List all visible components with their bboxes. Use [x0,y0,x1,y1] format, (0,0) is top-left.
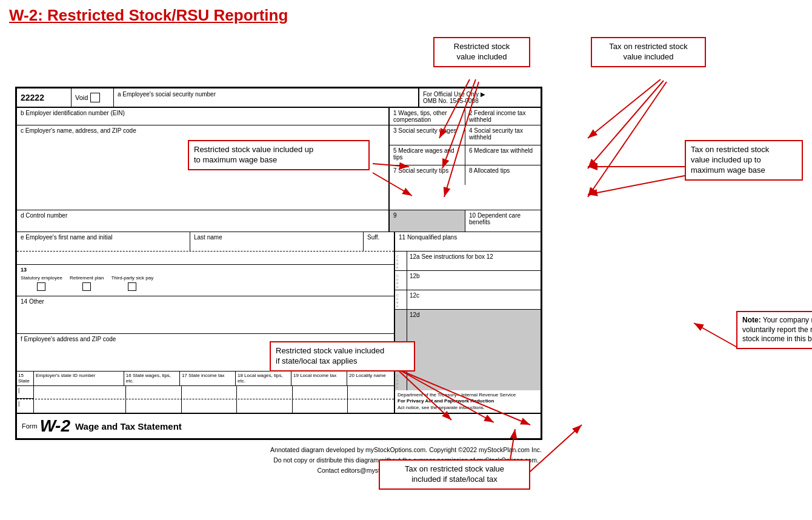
ssn-label: a Employee's social security number [118,91,216,98]
annotation-tax-max: Tax on restricted stockvalue included up… [685,140,803,181]
irs-bottom-text: Department of the Treasury—Internal Reve… [395,390,541,413]
annotation-tax-top-text: Tax on restricted stockvalue included [609,42,687,61]
form-text: Form [22,422,38,430]
annotation-tax-top: Tax on restricted stockvalue included [591,37,706,67]
last-name-label: Last name [194,234,222,241]
page-container: W-2: Restricted Stock/RSU Reporting 2222… [0,0,812,520]
box12b-label: 12b [410,273,420,279]
box12c-cell: Code 12c [395,290,541,310]
suff-cell: Suff. [364,232,394,251]
box3-cell: 3 Social security wages [390,125,465,145]
first-name-label: e Employee's first name and initial [21,234,112,241]
form-bottom: Form W-2 Wage and Tax Statement [17,413,541,438]
row-14-cell: 14 Other [17,296,394,334]
wage-tax-statement: Wage and Tax Statement [75,421,182,432]
box2-cell: 2 Federal income tax withheld [465,108,541,125]
box13-label: 13 [21,267,390,273]
box20-cell: 20 Locality name [347,372,394,385]
box12a-cell: Code 12a See instructions for box 12 [395,252,541,271]
main-two-col: e Employee's first name and initial Last… [17,232,541,413]
row-e2 [17,252,394,265]
ssn-cell: a Employee's social security number [114,88,419,107]
box1-label: 1 Wages, tips, other compensation [393,110,447,123]
box13-checks: Statutory employee Retirement plan Third… [21,275,390,291]
statutory-checkbox[interactable] [37,282,45,291]
box12c-value: 12c [407,290,541,309]
annotation-restricted-top: Restricted stockvalue included [433,37,530,67]
box12a-value: 12a See instructions for box 12 [407,252,541,270]
void-label: Void [75,94,88,101]
svg-line-4 [588,79,661,138]
last-name-cell: Last name [190,232,364,251]
box12d-cell: Code 12d [395,310,541,390]
row-15-header: 15 State Employer's state ID number 16 S… [17,372,394,413]
boxes-5-6-row: 5 Medicare wages and tips 6 Medicare tax… [390,145,541,165]
box2-label: 2 Federal income tax withheld [469,110,525,123]
box14-label: 14 Other [21,298,44,305]
note-bold: Note: [742,316,761,324]
annotation-restricted-state: Restricted stock value includedif state/… [270,341,415,372]
box18-cell: 18 Local wages, tips, etc. [236,372,291,385]
box19-cell: 19 Local income tax [291,372,347,385]
thirdparty-check: Third-party sick pay [111,275,153,291]
svg-line-5 [588,81,664,168]
page-title: W-2: Restricted Stock/RSU Reporting [9,6,803,25]
ein-cell: b Employer identification number (EIN) [17,108,390,125]
box1-cell: 1 Wages, tips, other compensation [390,108,465,125]
box12a-label: 12a See instructions for box 12 [410,253,493,260]
box12b-value: 12b [407,271,541,290]
void-cell: Void [72,88,114,107]
annotation-tax-max-text: Tax on restricted stockvalue included up… [691,145,769,175]
box5-cell: 5 Medicare wages and tips [390,145,465,165]
official-use-cell: For Official Use Only ▶ OMB No. 1545-000… [419,88,541,107]
privacy-act: For Privacy Act and Paperwork Reduction [398,398,494,404]
control-cell: d Control number [17,210,390,232]
form-number: 22222 [17,88,72,107]
notice-text: Act notice, see the separate instruction… [398,405,538,411]
box9-cell: 9 [390,210,465,232]
box7-label: 7 Social security tips [393,167,448,174]
thirdparty-label: Third-party sick pay [111,275,153,281]
box12b-cell: Code 12b [395,271,541,290]
right-12-col: 11 Nonqualified plans Code 12a See instr… [395,232,541,413]
box10-cell: 10 Dependent care benefits [465,210,541,232]
footer-line1: Annotated diagram developed by myStockOp… [9,445,803,455]
box11-label: 11 Nonqualified plans [399,234,457,241]
box7-cell: 7 Social security tips [390,165,465,185]
box5-label: 5 Medicare wages and tips [393,147,454,161]
statutory-label: Statutory employee [21,275,62,281]
annotation-restricted-max: Restricted stock value included upto max… [188,140,370,170]
annotation-note: Note: Your company may voluntarily repor… [736,311,812,349]
box15-state-cell: 15 State [17,372,34,385]
box15-ein-cell: Employer's state ID number [34,372,124,385]
row-b: b Employer identification number (EIN) 1… [17,108,541,125]
retirement-checkbox[interactable] [82,282,91,291]
annotation-restricted-state-text: Restricted stock value includedif state/… [276,346,384,365]
box17-cell: 17 State income tax [180,372,236,385]
employer-name-label: c Employer's name, address, and ZIP code [21,127,136,134]
omb-text: OMB No. 1545-0008 [423,98,537,104]
boxes-7-8-row: 7 Social security tips 8 Allocated tips [390,165,541,185]
annotation-tax-state-text: Tax on restricted stock valueincluded if… [405,464,504,484]
retirement-label: Retirement plan [70,275,104,281]
row-e: e Employee's first name and initial Last… [17,232,394,252]
svg-line-16 [694,323,739,348]
box12d-label: 12d [410,312,420,318]
annotation-tax-state: Tax on restricted stock valueincluded if… [379,459,530,490]
dept-treasury: Department of the Treasury—Internal Reve… [398,392,538,398]
row-d: d Control number 9 10 Dependent care ben… [17,210,541,232]
box4-cell: 4 Social security tax withheld [465,125,541,145]
box9-label: 9 [393,212,397,219]
row-13-cell: 13 Statutory employee Retirement plan [17,265,394,296]
official-use-text: For Official Use Only ▶ [423,91,537,98]
box12b-code: Code [395,271,407,290]
void-checkbox[interactable] [90,93,100,102]
ein-label: b Employer identification number (EIN) [21,110,125,116]
suff-label: Suff. [367,234,379,241]
control-label: d Control number [21,212,67,219]
row-15-line1: | [17,386,394,399]
box12c-label: 12c [410,292,419,299]
svg-line-10 [588,175,691,195]
thirdparty-checkbox[interactable] [128,282,136,291]
box12c-code: Code [395,290,407,309]
